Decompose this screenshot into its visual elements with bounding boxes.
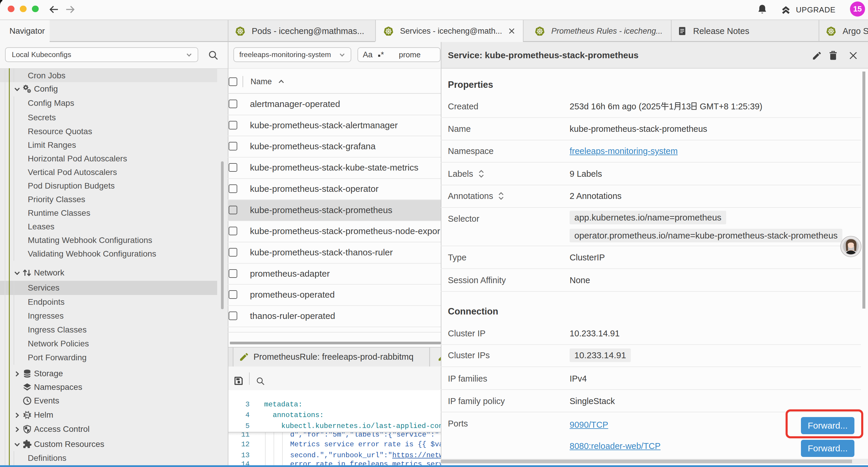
svg-text:HELM: HELM bbox=[24, 413, 31, 416]
